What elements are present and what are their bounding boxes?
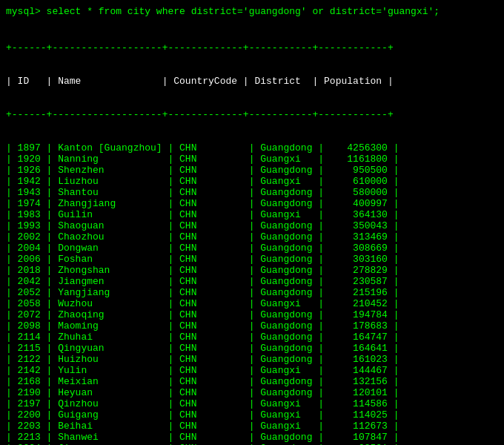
table-row: | 2203 | Beihai | CHN | Guangxi | 112673… <box>6 421 498 432</box>
table-row: | 2200 | Guigang | CHN | Guangxi | 11402… <box>6 409 498 421</box>
table-row: | 2114 | Zhuhai | CHN | Guangdong | 1647… <box>6 332 498 343</box>
table-row: | 2098 | Maoming | CHN | Guangdong | 178… <box>6 320 498 332</box>
table-row: | 2168 | Meixian | CHN | Guangdong | 132… <box>6 376 498 387</box>
table-row: | 2122 | Huizhou | CHN | Guangdong | 161… <box>6 354 498 365</box>
command-line: mysql> select * from city where district… <box>6 6 498 17</box>
table-row: | 2002 | Chaozhou | CHN | Guangdong | 31… <box>6 231 498 243</box>
table-row: | 2018 | Zhongshan | CHN | Guangdong | 2… <box>6 265 498 276</box>
table-row: | 2004 | Dongwan | CHN | Guangdong | 308… <box>6 243 498 254</box>
separator-header: +------+-------------------+------------… <box>6 109 498 120</box>
terminal: mysql> select * from city where district… <box>6 6 498 445</box>
table-row: | 2052 | Yangjiang | CHN | Guangdong | 2… <box>6 287 498 298</box>
table-row: | 2006 | Foshan | CHN | Guangdong | 3031… <box>6 254 498 265</box>
table-row: | 2115 | Qingyuan | CHN | Guangdong | 16… <box>6 343 498 354</box>
table-row: | 1974 | Zhangjiang | CHN | Guangdong | … <box>6 198 498 209</box>
table-row: | 2213 | Shanwei | CHN | Guangdong | 107… <box>6 432 498 443</box>
table-row: | 1926 | Shenzhen | CHN | Guangdong | 95… <box>6 165 498 176</box>
table-row: | 1897 | Kanton [Guangzhou] | CHN | Guan… <box>6 142 498 154</box>
table-row: | 1942 | Liuzhou | CHN | Guangxi | 61000… <box>6 176 498 187</box>
table-row: | 2058 | Wuzhou | CHN | Guangxi | 210452… <box>6 298 498 309</box>
table-header: | ID | Name | CountryCode | District | P… <box>6 76 498 87</box>
table-container: +------+-------------------+------------… <box>6 20 498 445</box>
table-row: | 1920 | Nanning | CHN | Guangxi | 11618… <box>6 154 498 165</box>
table-row: | 2197 | Qinzhou | CHN | Guangxi | 11458… <box>6 398 498 409</box>
table-row: | 2072 | Zhaoqing | CHN | Guangdong | 19… <box>6 309 498 320</box>
table-row: | 1943 | Shantou | CHN | Guangdong | 580… <box>6 187 498 198</box>
separator-top: +------+-------------------+------------… <box>6 42 498 53</box>
table-row: | 1993 | Shaoguan | CHN | Guangdong | 35… <box>6 220 498 231</box>
table-row: | 2042 | Jiangmen | CHN | Guangdong | 23… <box>6 276 498 287</box>
table-row: | 2190 | Heyuan | CHN | Guangdong | 1201… <box>6 387 498 398</box>
table-row: | 1983 | Guilin | CHN | Guangxi | 364130… <box>6 209 498 220</box>
table-rows: | 1897 | Kanton [Guangzhou] | CHN | Guan… <box>6 142 498 445</box>
table-row: | 2142 | Yulin | CHN | Guangxi | 144467 … <box>6 365 498 376</box>
